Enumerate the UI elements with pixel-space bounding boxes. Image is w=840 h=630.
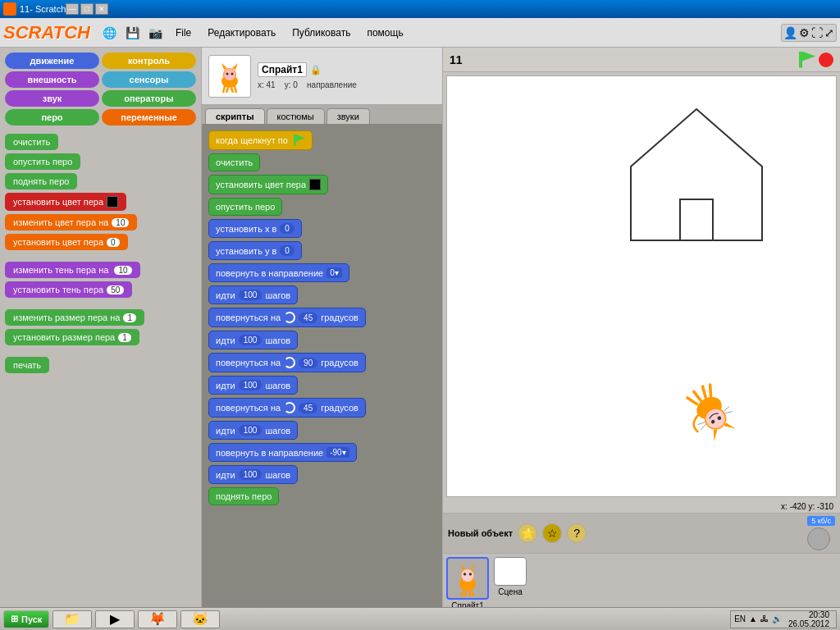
- pen-color-value[interactable]: 10: [112, 218, 129, 227]
- question-sprite-button[interactable]: ?: [567, 523, 587, 543]
- move1-value[interactable]: 100: [239, 290, 262, 300]
- pen-size-delta-value[interactable]: 1: [123, 313, 136, 322]
- scripts-area[interactable]: когда щелкнут по очистить установить цве…: [202, 124, 442, 607]
- block-pen-up[interactable]: поднять перо: [208, 487, 279, 505]
- block-change-pen-color[interactable]: изменить цвет пера на 10: [5, 214, 137, 231]
- block-move4[interactable]: идти 100 шагов: [208, 421, 298, 440]
- up-arrow-icon[interactable]: ▲: [749, 614, 757, 623]
- category-sound[interactable]: звук: [5, 90, 99, 107]
- category-motion[interactable]: движение: [5, 52, 99, 69]
- category-sensing[interactable]: сенсоры: [102, 71, 196, 88]
- move3-value[interactable]: 100: [239, 380, 262, 390]
- person-icon[interactable]: 👤: [783, 26, 797, 39]
- category-grid: движение контроль внешность сенсоры звук…: [0, 48, 201, 130]
- stage-canvas[interactable]: [446, 75, 837, 497]
- block-pen-down[interactable]: опустить перо: [5, 153, 80, 170]
- sprite-item-1[interactable]: Спрайт1: [446, 557, 489, 610]
- edit-menu[interactable]: Редактировать: [201, 25, 282, 40]
- block-clear[interactable]: очистить: [5, 134, 58, 150]
- block-when-flag[interactable]: когда щелкнут по: [208, 130, 313, 150]
- block-set-pen-color[interactable]: установить цвет пера: [5, 193, 126, 211]
- folder-icon: 📁: [64, 611, 80, 627]
- block-change-pen-shade[interactable]: изменить тень пера на 10: [5, 262, 140, 278]
- direction-dropdown[interactable]: 0▾: [326, 267, 342, 278]
- green-flag-button[interactable]: [799, 52, 815, 68]
- clock-time: 20:30: [788, 610, 829, 619]
- block-set-pen-size[interactable]: установить размер пера 1: [5, 329, 139, 345]
- move2-value[interactable]: 100: [239, 335, 262, 345]
- fullscreen-icon[interactable]: ⤢: [824, 26, 834, 39]
- globe-icon[interactable]: 🌐: [100, 23, 120, 43]
- close-button[interactable]: ✕: [95, 3, 108, 15]
- paint-sprite-button[interactable]: ⭐: [518, 523, 537, 543]
- category-variables[interactable]: переменные: [102, 109, 196, 126]
- minimize-button[interactable]: —: [66, 3, 79, 15]
- tab-costumes[interactable]: костюмы: [267, 108, 325, 124]
- network-area: 5 кб/с: [807, 516, 835, 550]
- category-pen[interactable]: перо: [5, 109, 99, 126]
- volume-icon[interactable]: 🔊: [772, 614, 782, 623]
- set-y-value[interactable]: 0: [280, 245, 294, 256]
- turn-90-value[interactable]: 90: [299, 358, 317, 368]
- taskbar-firefox[interactable]: 🦊: [138, 610, 177, 628]
- svg-line-25: [701, 386, 709, 397]
- svg-point-33: [463, 573, 466, 575]
- turn-45a-value[interactable]: 45: [299, 313, 317, 323]
- stage-number: 11: [450, 53, 463, 66]
- save-icon[interactable]: 💾: [123, 23, 143, 43]
- pen-color-n-value[interactable]: 0: [107, 238, 120, 247]
- expand-icon[interactable]: ⛶: [811, 26, 823, 39]
- taskbar-media[interactable]: ▶: [95, 610, 135, 628]
- block-change-pen-size[interactable]: изменить размер пера на 1: [5, 309, 144, 326]
- move4-value[interactable]: 100: [239, 425, 262, 436]
- block-point-dir2[interactable]: повернуть в направление -90▾: [208, 443, 357, 462]
- star-sprite-button[interactable]: ☆: [542, 523, 562, 543]
- camera-icon[interactable]: 📷: [146, 23, 166, 43]
- sprite-item-scene[interactable]: Сцена: [494, 557, 527, 596]
- help-menu[interactable]: помощь: [360, 25, 409, 40]
- sprite-thumbnail: [208, 55, 251, 98]
- maximize-button[interactable]: □: [80, 3, 94, 15]
- gear-icon[interactable]: ⚙: [799, 26, 810, 39]
- block-turn-right-90[interactable]: повернуться на 90 градусов: [208, 353, 366, 372]
- block-move1[interactable]: идти 100 шагов: [208, 285, 298, 304]
- category-operators[interactable]: операторы: [102, 90, 196, 107]
- turn-45b-value[interactable]: 45: [299, 403, 317, 413]
- tab-sounds[interactable]: звуки: [326, 108, 370, 124]
- block-clear[interactable]: очистить: [208, 153, 260, 171]
- block-stamp[interactable]: печать: [5, 357, 49, 373]
- block-pen-up[interactable]: поднять перо: [5, 173, 77, 189]
- block-move2[interactable]: идти 100 шагов: [208, 331, 298, 349]
- lock-icon[interactable]: 🔒: [310, 65, 322, 75]
- block-turn-left-45[interactable]: повернуться на 45 градусов: [208, 308, 366, 327]
- category-control[interactable]: контроль: [102, 52, 196, 69]
- block-move3[interactable]: идти 100 шагов: [208, 376, 298, 395]
- direction2-dropdown[interactable]: -90▾: [326, 447, 349, 458]
- move5-value[interactable]: 100: [239, 469, 262, 480]
- block-pen-down[interactable]: опустить перо: [208, 198, 282, 216]
- share-menu[interactable]: Публиковать: [285, 25, 357, 40]
- taskbar-scratch[interactable]: 🐱: [180, 610, 220, 628]
- lang-indicator[interactable]: EN: [734, 614, 746, 623]
- block-set-color[interactable]: установить цвет пера: [208, 175, 328, 194]
- block-set-pen-color-n[interactable]: установить цвет пера 0: [5, 234, 128, 250]
- sprite-name[interactable]: Спрайт1: [258, 62, 307, 77]
- block-set-x[interactable]: установить х в 0: [208, 219, 302, 238]
- script-tabs: скрипты костюмы звуки: [202, 105, 442, 124]
- taskbar-explorer[interactable]: 📁: [52, 610, 92, 628]
- block-move5[interactable]: идти 100 шагов: [208, 465, 298, 484]
- scene-label: Сцена: [498, 587, 522, 596]
- stop-button[interactable]: [819, 52, 833, 67]
- set-x-value[interactable]: 0: [280, 223, 294, 234]
- start-button[interactable]: ⊞ Пуск: [3, 610, 49, 628]
- tab-scripts[interactable]: скрипты: [205, 108, 265, 124]
- block-set-y[interactable]: установить у в 0: [208, 241, 302, 260]
- pen-shade-value[interactable]: 10: [114, 266, 131, 275]
- category-looks[interactable]: внешность: [5, 71, 99, 88]
- block-point-dir[interactable]: повернуть в направление 0▾: [208, 263, 349, 282]
- block-turn-left-45b[interactable]: повернуться на 45 градусов: [208, 398, 366, 418]
- pen-size-value[interactable]: 1: [118, 333, 131, 342]
- pen-shade-n-value[interactable]: 50: [107, 285, 124, 294]
- block-set-pen-shade[interactable]: установить тень пера 50: [5, 281, 132, 298]
- file-menu[interactable]: File: [169, 25, 198, 40]
